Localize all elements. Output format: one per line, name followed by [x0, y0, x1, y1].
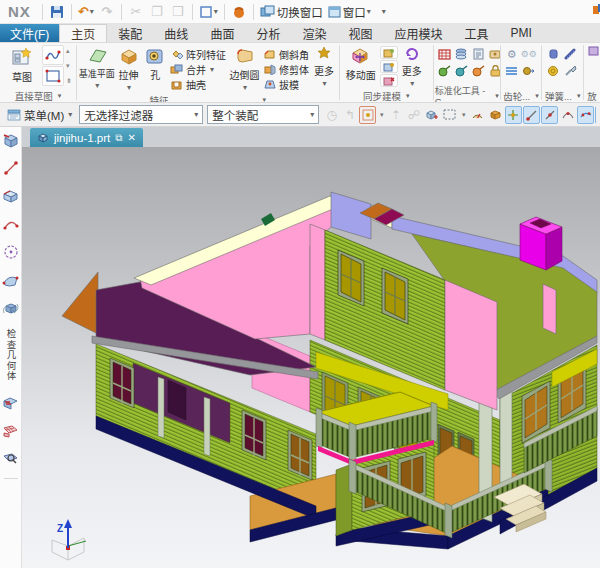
- measure-distance-icon[interactable]: [2, 159, 20, 177]
- spring-brush-icon[interactable]: [562, 63, 578, 79]
- spring-coil-icon[interactable]: [545, 63, 561, 79]
- shell-button[interactable]: 抽壳: [168, 77, 228, 91]
- group-label-feature[interactable]: 特征▾: [78, 93, 338, 103]
- highlight-hidden-icon[interactable]: ◷: [323, 106, 340, 124]
- dropdown-arrow-icon[interactable]: ▾: [495, 92, 499, 100]
- dropdown-arrow-icon[interactable]: ▾: [410, 79, 414, 88]
- tab-file[interactable]: 文件(F): [0, 24, 59, 42]
- switch-window-button[interactable]: 切换窗口: [259, 2, 324, 22]
- 3d-model-house[interactable]: Z: [22, 147, 600, 568]
- gallery-scroll-arrows[interactable]: ▴▾⇟: [65, 45, 73, 87]
- chimney[interactable]: [520, 217, 562, 270]
- group-label-standard-tools[interactable]: 标准化工具 - G...▾: [435, 89, 499, 102]
- dropdown-arrow-icon[interactable]: ▾: [459, 106, 468, 124]
- dropdown-arrow-icon[interactable]: ▾: [377, 106, 386, 124]
- window-label[interactable]: 窗口: [343, 4, 366, 20]
- repeat-command-icon[interactable]: [230, 2, 248, 22]
- rectangle-select-icon[interactable]: [441, 106, 458, 124]
- arc-tool-icon[interactable]: [2, 215, 20, 233]
- group-label-sync-modeling[interactable]: 同步建模▾: [341, 89, 432, 102]
- gear-modeling-icon[interactable]: ⚙: [504, 46, 520, 62]
- reverse-selection-icon[interactable]: ↰: [341, 106, 358, 124]
- chamfer-button[interactable]: 倒斜角: [261, 47, 311, 61]
- window-button[interactable]: 窗口 ▾: [327, 2, 372, 22]
- menu-button[interactable]: 菜单(M) ▾: [4, 105, 75, 125]
- std-tool-icon-5[interactable]: [437, 63, 453, 79]
- tab-render[interactable]: 渲染: [291, 24, 337, 42]
- move-face-button[interactable]: 移动面: [343, 45, 379, 83]
- sketch-curve-icon[interactable]: [42, 45, 64, 65]
- measure-body-icon[interactable]: [2, 131, 20, 149]
- std-tool-icon-3[interactable]: [471, 46, 487, 62]
- spline-point-snap-icon[interactable]: [595, 106, 596, 124]
- circle-tool-icon[interactable]: [2, 243, 20, 261]
- orbit-tool-icon[interactable]: [2, 299, 20, 317]
- dropdown-arrow-icon[interactable]: ▾: [214, 7, 218, 16]
- draft-button[interactable]: 拔模: [261, 77, 311, 91]
- tab-pmi[interactable]: PMI: [499, 24, 542, 42]
- spring-cylinder-icon[interactable]: [545, 46, 561, 62]
- undo-button[interactable]: ↶▾: [77, 2, 95, 22]
- tab-home[interactable]: 主页: [59, 24, 107, 42]
- dropdown-arrow-icon[interactable]: ▾: [310, 110, 314, 119]
- gear-export-icon[interactable]: [521, 63, 537, 79]
- dropdown-arrow-icon[interactable]: ▾: [127, 83, 131, 92]
- examine-geometry-label[interactable]: 检查几何体: [4, 329, 18, 382]
- switch-window-label[interactable]: 切换窗口: [277, 4, 323, 20]
- dropdown-arrow-icon[interactable]: ▾: [210, 65, 214, 74]
- intersection-snap-icon[interactable]: [577, 106, 594, 124]
- selection-scope-dropdown[interactable]: 整个装配▾: [207, 105, 319, 124]
- save-icon[interactable]: [48, 2, 66, 22]
- datum-plane-button[interactable]: 基准平面 ▾: [80, 45, 114, 91]
- dropdown-arrow-icon[interactable]: ▾: [243, 83, 247, 92]
- snap-point-toggle-icon[interactable]: [359, 106, 376, 124]
- part-tab-active[interactable]: jinjihu-1.prt ⧉ ✕: [30, 128, 143, 147]
- gear-rack-icon[interactable]: [504, 63, 520, 79]
- grid-surface-icon[interactable]: [2, 422, 20, 440]
- group-label-spring[interactable]: 弹簧...▾: [543, 89, 582, 102]
- endpoint-snap-icon[interactable]: [523, 106, 540, 124]
- dropdown-arrow-icon[interactable]: ▾: [535, 92, 539, 100]
- edge-blend-button[interactable]: 边倒圆 ▾: [229, 45, 260, 93]
- snap-enable-icon[interactable]: [505, 106, 522, 124]
- clipped-tool-icon[interactable]: [587, 45, 600, 57]
- dropdown-arrow-icon[interactable]: ▾: [194, 110, 198, 119]
- redo-button[interactable]: ↷: [98, 2, 116, 22]
- work-layer-icon[interactable]: [487, 106, 504, 124]
- part-tab-label[interactable]: jinjihu-1.prt: [54, 132, 110, 144]
- undock-tab-icon[interactable]: ⧉: [115, 132, 122, 144]
- hand-select-icon[interactable]: ☍: [405, 106, 422, 124]
- control-point-snap-icon[interactable]: [559, 106, 576, 124]
- tab-curve[interactable]: 曲线: [153, 24, 199, 42]
- paste-icon[interactable]: ❒: [169, 2, 187, 22]
- group-label-direct-sketch[interactable]: 直接草图▾: [1, 89, 75, 102]
- hole-button[interactable]: 孔: [143, 45, 167, 83]
- selection-filter-dropdown[interactable]: 无选择过滤器▾: [79, 105, 203, 124]
- midpoint-snap-icon[interactable]: [541, 106, 558, 124]
- selection-box-icon[interactable]: ▾: [198, 2, 219, 22]
- dialog-launcher-icon[interactable]: ▾: [263, 96, 267, 104]
- measure-box-icon[interactable]: [2, 187, 20, 205]
- dropdown-arrow-icon[interactable]: ▾: [90, 7, 94, 16]
- dropdown-arrow-icon[interactable]: ▾: [58, 92, 62, 100]
- tab-view[interactable]: 视图: [337, 24, 383, 42]
- replace-face-icon[interactable]: [380, 60, 398, 73]
- dropdown-arrow-icon[interactable]: ▾: [367, 7, 371, 16]
- pattern-feature-button[interactable]: 阵列特征: [168, 47, 228, 61]
- cut-icon[interactable]: ✂: [127, 2, 145, 22]
- std-tool-icon-7[interactable]: [471, 63, 487, 79]
- tab-tools[interactable]: 工具: [453, 24, 499, 42]
- simple-interference-icon[interactable]: [2, 394, 20, 412]
- spring-diagonal-icon[interactable]: [562, 46, 578, 62]
- copy-icon[interactable]: ❐: [148, 2, 166, 22]
- offset-region-icon[interactable]: [380, 46, 398, 59]
- sync-more-button[interactable]: 更多 ▾: [399, 45, 425, 89]
- std-tool-icon-6[interactable]: [454, 63, 470, 79]
- dropdown-arrow-icon[interactable]: ▾: [95, 81, 99, 90]
- extrude-button[interactable]: 拉伸 ▾: [115, 45, 142, 93]
- gauge-icon[interactable]: [469, 106, 486, 124]
- surface-tool-icon[interactable]: [2, 271, 20, 289]
- dropdown-arrow-icon[interactable]: ▾: [577, 92, 581, 100]
- trim-body-button[interactable]: 修剪体: [261, 62, 311, 76]
- tab-surface[interactable]: 曲面: [199, 24, 245, 42]
